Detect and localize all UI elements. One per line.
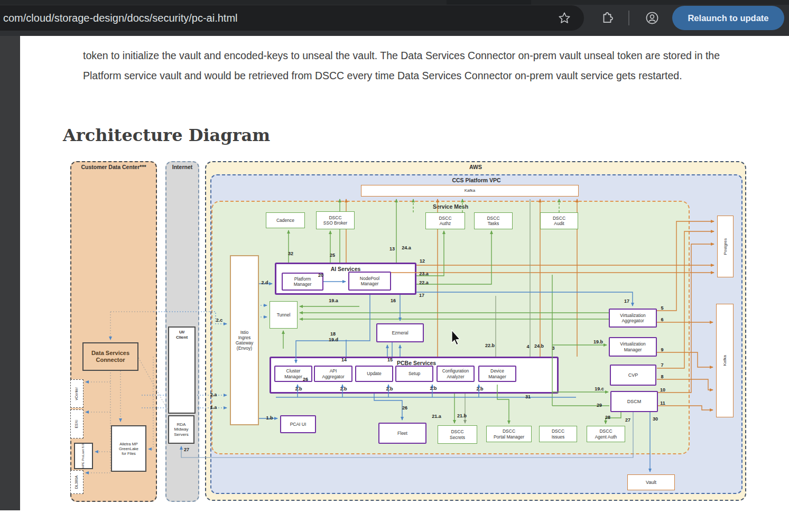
node-istio-ingress-gateway: Istio Ingres Gateway (Envoy) — [230, 255, 259, 425]
node-dscc-tasks: DSCC Tasks — [474, 212, 513, 229]
node-virtualization-aggregator: Virtualization Aggregator — [609, 309, 657, 328]
edge-label: 32 — [288, 251, 293, 256]
edge-label: 25 — [330, 253, 335, 258]
toolbar-separator — [628, 11, 629, 25]
edge-label: 2.a — [210, 392, 217, 397]
page-heading: Architecture Diagram — [63, 125, 270, 145]
edge-label: 5 — [661, 305, 663, 311]
node-pcai-ui: PCAI UI — [280, 415, 316, 433]
edge-label: 27 — [625, 417, 630, 423]
edge-label: 8 — [661, 374, 663, 379]
edge-label: 2.c — [216, 318, 223, 323]
architecture-diagram: Customer Data Center***InternetAWSCCS Pl… — [62, 156, 747, 505]
node-dscc-issues: DSCC Issues — [539, 426, 577, 442]
edge-label: 23.a — [419, 271, 429, 276]
node-tunnel: Tunnel — [270, 301, 298, 329]
edge-label: 31 — [525, 394, 531, 399]
node-alletra-mp-greenlake: Alletra MP GreenLake for Files — [111, 425, 146, 472]
edge-label: 21.b — [457, 413, 467, 418]
edge-label: 28 — [605, 415, 610, 420]
edge-label: 20 — [318, 273, 323, 278]
edge-label: 15 — [387, 357, 393, 362]
edge-label: 13 — [389, 246, 395, 251]
edge-label: 29 — [597, 403, 602, 408]
edge-label: 24.b — [534, 343, 544, 349]
node-platform-manager: Platform Manager — [282, 273, 323, 291]
edge-label: 2.b — [340, 386, 347, 391]
node-nodepool-manager: NodePool Manager — [348, 272, 391, 291]
node-dscc-authz: DSCC Authz — [425, 212, 465, 229]
edge-label: 22.a — [419, 280, 429, 285]
left-dark-strip — [0, 36, 20, 510]
node-dscc-sso-broker: DSCC SSO Broker — [316, 211, 355, 229]
body-paragraph: token to initialize the vault and encode… — [83, 45, 755, 86]
node-hpe-proliant: HPE ProLiant 8.0 — [74, 443, 93, 469]
edge-label: 22.b — [485, 343, 495, 348]
url-bar[interactable]: com/cloud/storage-design/docs/security/p… — [0, 5, 584, 31]
edge-label: 30 — [653, 416, 658, 422]
edge-label: 19.b — [593, 339, 603, 344]
tab-strip — [0, 0, 789, 5]
edge-label: 1.a — [210, 405, 217, 410]
edge-label: 2.b — [430, 386, 437, 391]
node-vcenter: vCenter — [70, 379, 83, 408]
edge-label: 7 — [661, 362, 663, 368]
node-configuration-analyzer: Configuration Analyzer — [437, 366, 475, 382]
edge-label: 17 — [419, 293, 424, 298]
node-fleet: Fleet — [378, 423, 426, 444]
node-vault: Vault — [627, 474, 675, 490]
node-rda-midway-servers: RDA Midway Servers — [168, 415, 194, 444]
edge-label: 17 — [624, 298, 629, 304]
edge-label: 19.c — [595, 386, 604, 391]
node-cadence: Cadence — [266, 212, 305, 228]
bookmark-star-icon[interactable] — [558, 11, 571, 25]
edge-label: 19.a — [329, 298, 338, 303]
node-update: Update — [355, 366, 393, 382]
node-dl380a: DL380A — [70, 470, 83, 494]
relaunch-button[interactable]: Relaunch to update — [672, 6, 784, 30]
node-kafka-top: Kafka — [361, 185, 579, 197]
edge-label: 6 — [661, 317, 663, 322]
node-dscc-agent-auth: DSCC Agent Auth — [587, 426, 625, 442]
edge-label: 18 — [330, 331, 336, 337]
edge-label: 1.b — [266, 415, 273, 421]
node-device-manager: Device Manager — [478, 366, 516, 382]
node-postgres: Postgres — [717, 216, 734, 277]
node-api-aggregator: API Aggregator — [314, 366, 352, 382]
node-cvp: CVP — [610, 365, 656, 386]
edge-label: 4 — [526, 344, 529, 349]
node-data-services-connector: Data Services Connector — [82, 342, 138, 371]
edge-label: 24.a — [402, 245, 411, 250]
url-text[interactable]: com/cloud/storage-design/docs/security/p… — [3, 5, 238, 31]
node-dscc-portal-manager: DSCC Portal Manager — [486, 426, 532, 442]
node-virtualization-manager: Virtualization Manager — [609, 337, 657, 357]
node-dscm: DSCM — [610, 391, 658, 412]
edge-label: 2.d — [261, 280, 268, 285]
edge-label: 26 — [303, 377, 308, 382]
edge-label: 11 — [660, 400, 665, 406]
edge-label: 27 — [184, 447, 189, 452]
edge-label: 9 — [661, 347, 663, 352]
edge-label: 2.b — [476, 386, 483, 391]
tab-notch — [447, 0, 531, 5]
edge-label: 3 — [552, 346, 554, 351]
node-esxi: ESXi — [70, 409, 83, 438]
extensions-icon[interactable] — [600, 11, 614, 25]
node-ui-client: UI/ Client — [168, 326, 196, 414]
edge-label: 26 — [402, 405, 407, 410]
edge-label: 16 — [391, 298, 396, 303]
edge-label: 2.b — [295, 386, 302, 391]
edge-label: 10 — [660, 387, 665, 393]
edge-label: 21.a — [432, 414, 441, 419]
node-dscc-secrets: DSCC Secrets — [438, 425, 477, 444]
edge-label: 2.b — [386, 386, 393, 391]
edge-label: 14 — [341, 357, 347, 362]
edge-label: 12 — [420, 258, 425, 264]
node-setup: Setup — [395, 366, 433, 382]
browser-toolbar: com/cloud/storage-design/docs/security/p… — [0, 0, 789, 36]
profile-icon[interactable] — [645, 11, 659, 25]
edge-label: 19.d — [329, 337, 338, 342]
node-ezmeral: Ezmeral — [376, 323, 424, 342]
node-dscc-audit: DSCC Audit — [540, 212, 578, 229]
node-kafka-right: Kafka — [716, 304, 734, 417]
